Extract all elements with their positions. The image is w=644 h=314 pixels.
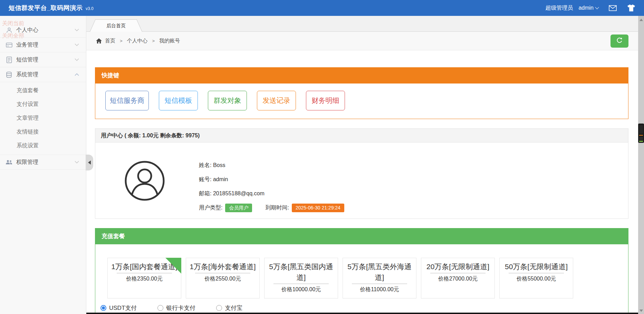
package-name: 20万条[无限制通道] [421,261,494,272]
sidebar-item-sms-mgmt[interactable]: 短信管理 [0,52,86,67]
chevron-up-icon [75,73,79,76]
tab-label: 后台首页 [106,23,126,29]
package-price: 价格27000.00元 [421,275,494,283]
breadcrumb-bar: 首页 > 个人中心 > 我的账号 [86,32,638,50]
radio-checked-icon[interactable] [100,305,106,311]
refresh-icon [616,37,623,45]
package-name: 1万条[海外套餐通道] [186,261,259,272]
system-submenu: 充值套餐 支付设置 文章管理 友情链接 系统设置 [0,82,86,155]
top-header: 短信群发平台_取码网演示 v3.0 超级管理员 admin [0,0,644,16]
user-type-row: 用户类型: 会员用户 到期时间: 2025-06-30 21:29:24 [199,204,344,211]
user-type-label: 用户类型: [199,204,222,211]
document-icon [6,56,12,63]
package-price: 价格11000.00元 [343,286,416,293]
sidebar-subitem-article-mgmt[interactable]: 文章管理 [0,111,86,125]
divider [509,273,564,273]
tshirt-icon[interactable] [627,4,635,11]
bottom-edge-strip [86,313,638,314]
divider [117,273,172,273]
user-center-header: 用户中心 ( 余额: 1.00元 剩余条数: 9975) [95,129,628,143]
payment-option-bankcard[interactable]: 银行卡支付 [157,304,195,312]
package-price: 价格55000.00元 [500,275,573,283]
app-version: v3.0 [86,6,94,11]
recharge-panel-header: 充值套餐 [95,228,628,244]
sidebar-item-label: 业务管理 [16,41,38,49]
user-name-value: Boss [213,162,225,168]
breadcrumb-separator: > [120,38,123,43]
send-record-button[interactable]: 发送记录 [257,91,296,110]
user-role-label: 超级管理员 [545,4,573,12]
chevron-down-icon [595,5,599,9]
sidebar-item-system-mgmt[interactable]: 系统管理 [0,67,86,82]
divider [430,273,486,273]
user-name-row: 姓名: Boss [199,162,344,169]
scrollbar-up-arrow-icon[interactable] [640,19,643,21]
user-account-value: admin [213,176,228,182]
sidebar-subitem-friend-links[interactable]: 友情链接 [0,125,86,139]
sidebar-item-label: 短信管理 [16,56,38,63]
finance-detail-button[interactable]: 财务明细 [306,91,345,110]
user-dropdown[interactable]: admin [578,5,598,11]
sidebar-item-personal-center[interactable]: 个人中心 [0,23,86,38]
scroll-area: 快捷键 短信服务商 短信模板 群发对象 发送记录 财务明细 用户中心 ( 余额:… [86,50,638,314]
sidebar-item-label: 个人中心 [16,27,38,34]
divider [195,273,250,273]
bulk-target-button[interactable]: 群发对象 [208,91,247,110]
chevron-down-icon [75,29,79,31]
refresh-button[interactable] [611,35,628,48]
expire-time-label: 到期时间: [265,204,289,211]
breadcrumb-home[interactable]: 首页 [105,38,115,44]
radio-icon[interactable] [157,305,163,311]
sidebar: 关闭当前 关闭全部 个人中心 业务管理 短信管理 系统管理 充值套餐 支付设置 … [0,16,86,314]
radio-icon[interactable] [216,305,222,311]
package-name: 5万条[黑五类国内通道] [265,261,338,283]
payment-option-alipay[interactable]: 支付宝 [216,304,242,312]
vertical-scrollbar[interactable] [638,16,644,314]
sidebar-item-label: 权限管理 [16,159,38,166]
user-name-label: 姓名: [199,162,211,168]
user-center-panel: 用户中心 ( 余额: 1.00元 剩余条数: 9975) 姓名: Boss [95,128,628,219]
sidebar-item-label: 系统管理 [16,71,38,78]
username: admin [578,5,594,11]
sidebar-item-permission-mgmt[interactable]: 权限管理 [0,155,86,170]
package-card[interactable]: 20万条[无限制通道] 价格27000.00元 [421,258,495,298]
sms-template-button[interactable]: 短信模板 [159,91,198,110]
sms-provider-button[interactable]: 短信服务商 [105,91,149,110]
sidebar-subitem-system-settings[interactable]: 系统设置 [0,139,86,153]
package-price: 价格10000.00元 [265,286,338,293]
package-card[interactable]: 5万条[黑五类外海通道] 价格11000.00元 [343,258,416,298]
package-card-selected[interactable]: ✓ 1万条[国内套餐通道] 价格2350.00元 [107,258,181,298]
package-name: 5万条[黑五类外海通道] [343,261,416,283]
app-title: 短信群发平台_取码网演示 [9,4,83,12]
user-email-value: 201855188@qq.com [213,190,265,196]
chevron-left-icon [88,160,91,165]
sidebar-item-business-mgmt[interactable]: 业务管理 [0,38,86,52]
user-email-row: 邮箱: 201855188@qq.com [199,190,344,197]
tab-home[interactable]: 后台首页 [90,19,142,32]
payment-option-label: 银行卡支付 [166,304,195,312]
divider [352,284,407,284]
selected-ribbon [165,258,181,274]
breadcrumb-personal-center[interactable]: 个人中心 [127,38,148,44]
package-card[interactable]: 50万条[无限制通道] 价格55000.00元 [499,258,573,298]
chevron-down-icon [75,161,79,164]
scrollbar-down-arrow-icon[interactable] [640,310,643,312]
scrollbar-thumb[interactable] [638,124,644,143]
payment-option-usdt[interactable]: USDT支付 [100,304,137,312]
user-type-badge: 会员用户 [225,204,252,212]
user-email-label: 邮箱: [199,190,211,196]
package-price: 价格2550.00元 [186,275,259,283]
package-card[interactable]: 5万条[黑五类国内通道] 价格10000.00元 [264,258,338,298]
sidebar-subitem-payment-settings[interactable]: 支付设置 [0,97,86,111]
users-icon [6,159,12,166]
sidebar-subitem-recharge-packages[interactable]: 充值套餐 [0,84,86,97]
shortcut-panel: 快捷键 短信服务商 短信模板 群发对象 发送记录 财务明细 [95,67,628,119]
divider [273,284,329,284]
breadcrumb-separator: > [152,38,155,43]
sidebar-collapse-handle[interactable] [86,155,93,170]
payment-option-label: USDT支付 [109,304,137,312]
main-content: 后台首页 首页 > 个人中心 > 我的账号 快捷键 短信服务商 短信模板 群发对… [86,16,638,314]
mail-icon[interactable] [609,5,617,11]
package-card[interactable]: 1万条[海外套餐通道] 价格2550.00元 [186,258,260,298]
shortcut-panel-header: 快捷键 [95,68,628,84]
